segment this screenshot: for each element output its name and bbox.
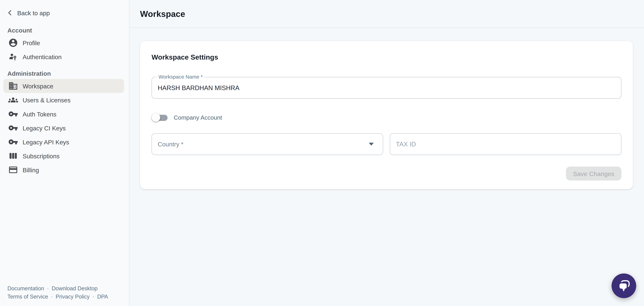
workspace-name-field: Workspace Name * — [152, 77, 622, 99]
dropdown-arrow-icon — [369, 143, 374, 145]
key-icon — [8, 123, 18, 133]
company-account-toggle[interactable] — [152, 113, 168, 122]
groups-icon — [8, 95, 18, 105]
workspace-name-input[interactable] — [152, 77, 621, 98]
company-account-row: Company Account — [152, 113, 622, 122]
workspace-name-label: Workspace Name * — [156, 74, 205, 80]
terms-of-service-link[interactable]: Terms of Service — [7, 293, 48, 300]
company-account-label: Company Account — [174, 114, 222, 121]
sidebar-item-profile[interactable]: Profile — [3, 36, 124, 50]
account-circle-icon — [8, 38, 18, 48]
chat-bubbles-icon — [617, 279, 631, 293]
footer-row-1: Documentation·Download Desktop — [7, 284, 125, 293]
sidebar-item-label: Legacy API Keys — [22, 138, 69, 145]
sidebar-item-authentication[interactable]: Authentication — [3, 50, 124, 64]
dot-separator: · — [51, 293, 53, 300]
toggle-thumb — [152, 113, 160, 122]
settings-sidebar: Back to app Account Profile Authenticati… — [0, 0, 130, 306]
sidebar-item-billing[interactable]: Billing — [3, 163, 124, 177]
sidebar-item-auth-tokens[interactable]: Auth Tokens — [3, 107, 124, 121]
dot-separator: · — [92, 293, 94, 300]
sidebar-item-subscriptions[interactable]: Subscriptions — [3, 149, 124, 163]
dpa-link[interactable]: DPA — [97, 293, 108, 300]
tax-id-field — [390, 133, 621, 155]
sidebar-item-label: Auth Tokens — [22, 110, 56, 117]
privacy-policy-link[interactable]: Privacy Policy — [56, 293, 90, 300]
sidebar-item-label: Users & Licenses — [22, 96, 70, 103]
sidebar-item-label: Legacy CI Keys — [22, 124, 66, 131]
sidebar-item-label: Authentication — [22, 53, 62, 60]
sidebar-item-label: Subscriptions — [22, 152, 60, 160]
section-title-administration: Administration — [7, 70, 129, 77]
back-to-app-button[interactable]: Back to app — [0, 0, 129, 18]
page-header: Workspace — [130, 0, 644, 28]
key-icon — [8, 109, 18, 119]
sidebar-item-legacy-ci-keys[interactable]: Legacy CI Keys — [3, 121, 124, 135]
back-to-app-label: Back to app — [17, 9, 50, 16]
documentation-link[interactable]: Documentation — [7, 285, 44, 292]
save-changes-button[interactable]: Save Changes — [566, 167, 622, 181]
columns-icon — [8, 151, 18, 161]
sidebar-item-label: Workspace — [22, 82, 53, 90]
sidebar-item-users-licenses[interactable]: Users & Licenses — [3, 93, 124, 107]
card-title: Workspace Settings — [152, 53, 622, 62]
chevron-left-icon — [6, 9, 14, 17]
card-actions: Save Changes — [152, 167, 622, 181]
dot-separator: · — [47, 285, 49, 292]
section-title-account: Account — [7, 27, 129, 34]
sidebar-item-label: Profile — [22, 39, 40, 46]
country-select[interactable]: Country * — [152, 133, 383, 155]
building-icon — [8, 81, 18, 91]
app-window: Back to app Account Profile Authenticati… — [0, 0, 644, 306]
tax-id-input[interactable] — [390, 134, 621, 155]
sidebar-item-legacy-api-keys[interactable]: Legacy API Keys — [3, 135, 124, 149]
person-key-icon — [8, 52, 18, 62]
country-label: Country * — [152, 141, 184, 148]
chat-widget-button[interactable] — [612, 273, 636, 298]
download-desktop-link[interactable]: Download Desktop — [52, 285, 98, 292]
page-content: Workspace Settings Workspace Name * Comp… — [130, 28, 644, 189]
sidebar-footer: Documentation·Download Desktop Terms of … — [0, 284, 129, 306]
workspace-settings-card: Workspace Settings Workspace Name * Comp… — [140, 41, 633, 189]
sidebar-item-workspace[interactable]: Workspace — [3, 79, 124, 93]
page-title: Workspace — [140, 9, 185, 19]
country-tax-row: Country * — [152, 133, 622, 155]
key-icon — [8, 137, 18, 147]
credit-card-icon — [8, 165, 18, 175]
main-area: Workspace Workspace Settings Workspace N… — [130, 0, 644, 306]
sidebar-item-label: Billing — [22, 166, 39, 174]
footer-row-2: Terms of Service·Privacy Policy·DPA — [7, 293, 125, 301]
